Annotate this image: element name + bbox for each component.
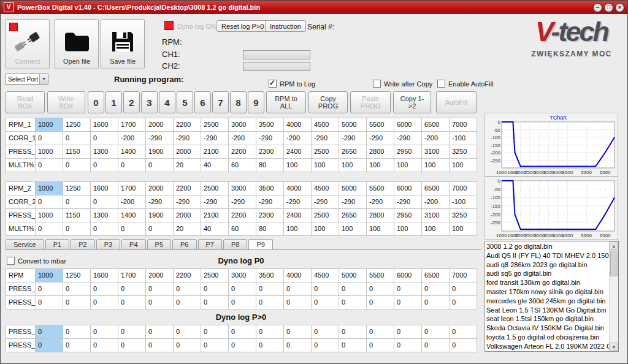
table-cell[interactable]: -290 <box>201 195 229 209</box>
table-cell[interactable]: 1000 <box>36 269 63 282</box>
table-cell[interactable]: 20 <box>174 159 201 172</box>
table-cell[interactable]: -290 <box>284 132 312 145</box>
table-cell[interactable]: 0 <box>394 339 422 352</box>
file-list-item[interactable]: ford transit 130km go digital.bin <box>486 278 609 287</box>
table-cell[interactable]: 4000 <box>284 269 312 282</box>
table-cell[interactable]: -290 <box>256 132 284 145</box>
file-list-item[interactable]: audi q8 286km 2023 go digital.bin <box>486 260 609 270</box>
table-cell[interactable]: 1600 <box>91 118 118 132</box>
table-cell[interactable]: 0 <box>146 325 174 339</box>
table-cell[interactable]: 5500 <box>367 269 394 282</box>
table-cell[interactable]: 0 <box>174 339 201 352</box>
table-cell[interactable]: 100 <box>394 159 422 172</box>
table-cell[interactable]: 0 <box>201 296 229 309</box>
table-cell[interactable]: 2200 <box>174 182 201 195</box>
table-cell[interactable]: 0 <box>339 282 367 296</box>
table-cell[interactable]: 2200 <box>174 269 201 282</box>
table-cell[interactable]: 0 <box>91 282 118 296</box>
table-cell[interactable]: 3250 <box>450 145 477 159</box>
table-cell[interactable]: 0 <box>339 339 367 352</box>
table-cell[interactable]: 100 <box>394 222 422 236</box>
table-cell[interactable]: 0 <box>118 296 146 309</box>
table-cell[interactable]: 0 <box>91 339 118 352</box>
file-list-item[interactable]: Seat Leon 1.5 TSI 130KM Go Digital.bin <box>486 306 609 315</box>
table-cell[interactable]: 5500 <box>367 118 394 132</box>
table-cell[interactable]: 100 <box>339 222 367 236</box>
table-cell[interactable]: 0 <box>284 339 312 352</box>
table-cell[interactable]: 2950 <box>394 145 422 159</box>
table-cell[interactable]: -100 <box>450 132 477 145</box>
table-cell[interactable]: 0 <box>450 325 477 339</box>
table-cell[interactable]: 0 <box>36 339 63 352</box>
table-cell[interactable]: -290 <box>146 132 174 145</box>
file-list-item[interactable]: mercedes gle 300d 245km go digital.bin <box>486 297 609 306</box>
table-cell[interactable]: -290 <box>339 132 367 145</box>
table-cell[interactable]: 100 <box>367 222 394 236</box>
table-cell[interactable]: 3000 <box>229 118 256 132</box>
table-cell[interactable]: 3500 <box>256 182 284 195</box>
table-cell[interactable]: 0 <box>91 222 118 236</box>
table-cell[interactable]: 1900 <box>146 145 174 159</box>
table-cell[interactable]: 0 <box>63 222 91 236</box>
table-cell[interactable]: 0 <box>146 282 174 296</box>
write-box-button[interactable]: Write BOX <box>47 91 85 113</box>
table-cell[interactable]: 5000 <box>339 118 367 132</box>
table-cell[interactable]: 6500 <box>422 269 450 282</box>
table-cell[interactable]: 0 <box>256 325 284 339</box>
table-cell[interactable]: 40 <box>201 222 229 236</box>
table-cell[interactable]: 60 <box>229 222 256 236</box>
table-cell[interactable]: -290 <box>312 195 339 209</box>
table-cell[interactable]: 1600 <box>91 182 118 195</box>
table-cell[interactable]: 0 <box>91 195 118 209</box>
table-cell[interactable]: 7000 <box>450 182 477 195</box>
table-cell[interactable]: 0 <box>422 339 450 352</box>
table-cell[interactable]: 2300 <box>256 209 284 222</box>
table-cell[interactable]: -290 <box>174 132 201 145</box>
table-cell[interactable]: 2000 <box>146 182 174 195</box>
table-cell[interactable]: 0 <box>367 296 394 309</box>
table-cell[interactable]: 4000 <box>284 118 312 132</box>
tab-p5[interactable]: P5 <box>147 239 171 250</box>
table-cell[interactable]: 0 <box>63 282 91 296</box>
table-cell[interactable]: 5000 <box>339 182 367 195</box>
table-cell[interactable]: 0 <box>229 325 256 339</box>
table-cell[interactable]: -290 <box>394 195 422 209</box>
program-number-button-7[interactable]: 7 <box>212 91 229 113</box>
table-cell[interactable]: 0 <box>118 282 146 296</box>
table-cell[interactable]: -290 <box>367 195 394 209</box>
program-number-button-5[interactable]: 5 <box>177 91 193 113</box>
table-cell[interactable]: 0 <box>284 325 312 339</box>
file-list-item[interactable]: seat leon 1.5tsi 150km go digital.bin <box>486 314 609 324</box>
table-cell[interactable]: 0 <box>201 282 229 296</box>
table-cell[interactable]: 6500 <box>422 118 450 132</box>
program-number-button-3[interactable]: 3 <box>141 91 158 113</box>
tab-p8[interactable]: P8 <box>223 239 247 250</box>
table-cell[interactable]: 1000 <box>36 182 63 195</box>
table-cell[interactable]: 2200 <box>229 209 256 222</box>
tab-p3[interactable]: P3 <box>96 239 120 250</box>
table-cell[interactable]: 5000 <box>339 269 367 282</box>
table-cell[interactable]: 0 <box>36 132 63 145</box>
table-cell[interactable]: 6000 <box>394 118 422 132</box>
table-cell[interactable]: 3500 <box>256 269 284 282</box>
scroll-down-icon[interactable]: ▼ <box>610 343 618 351</box>
table-cell[interactable]: 0 <box>63 339 91 352</box>
table-cell[interactable]: 0 <box>229 282 256 296</box>
copy-1-to-2-button[interactable]: Copy 1->2 <box>393 91 431 113</box>
table-cell[interactable]: 6000 <box>394 182 422 195</box>
table-cell[interactable]: 100 <box>422 159 450 172</box>
table-cell[interactable]: 0 <box>367 325 394 339</box>
table-cell[interactable]: 7000 <box>450 269 477 282</box>
table-cell[interactable]: 0 <box>36 159 63 172</box>
table-cell[interactable]: 1250 <box>63 182 91 195</box>
table-cell[interactable]: 1250 <box>63 269 91 282</box>
table-cell[interactable]: 0 <box>229 296 256 309</box>
table-cell[interactable]: 0 <box>118 325 146 339</box>
table-cell[interactable]: 3100 <box>422 209 450 222</box>
table-cell[interactable]: 2400 <box>284 209 312 222</box>
table-cell[interactable]: 0 <box>174 325 201 339</box>
table-cell[interactable]: 0 <box>312 282 339 296</box>
table-cell[interactable]: 0 <box>118 159 146 172</box>
table-cell[interactable]: -200 <box>422 195 450 209</box>
table-cell[interactable]: 40 <box>201 159 229 172</box>
